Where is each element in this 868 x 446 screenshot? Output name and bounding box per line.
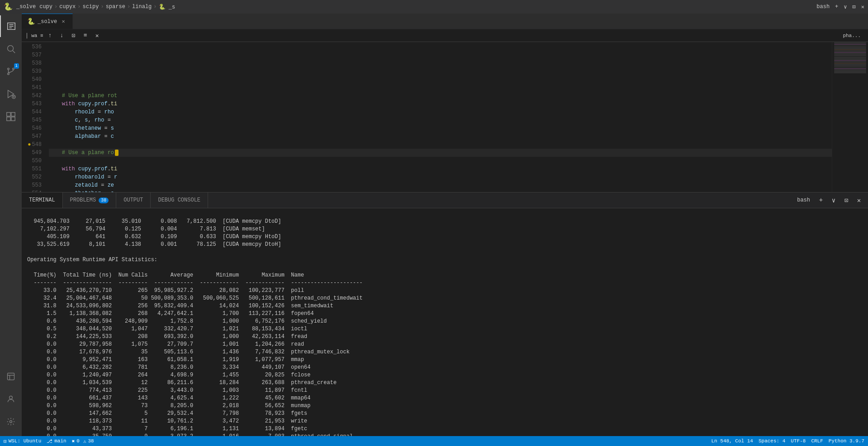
code-line: with cupy.prof.ti [49, 101, 117, 107]
line-num: 539 [25, 67, 42, 75]
svg-point-17 [9, 396, 13, 399]
minimap [832, 42, 868, 192]
terminal-line: 32.4 25,004,467,648 50 500,089,353.0 500… [27, 295, 363, 301]
new-terminal-btn[interactable]: + [835, 4, 838, 10]
terminal-line: 0.0 118,373 11 10,761.2 3,472 21,953 wri… [27, 418, 307, 424]
terminal-dropdown-btn[interactable]: ∨ [828, 195, 839, 206]
terminal-line: 405.109 641 0.632 0.109 0.633 [CUDA memc… [27, 234, 281, 240]
indentation[interactable]: Spaces: 4 [759, 438, 785, 444]
terminal-line: 33.0 25,436,270,710 265 95,985,927.2 28,… [27, 287, 304, 294]
terminal-line: 33,525.619 8,101 4.138 0.001 78.125 [CUD… [27, 241, 281, 248]
encoding-label: UTF-8 [791, 438, 806, 444]
terminal-line: 0.5 348,044,520 1,047 332,420.7 1,021 88… [27, 326, 307, 332]
terminal-line: 0.0 147,662 5 29,532.4 7,798 78,923 fget… [27, 410, 307, 417]
problems-badge: 38 [99, 197, 109, 203]
tab-label: _solve [38, 19, 57, 25]
more-actions-btn[interactable]: ≡ [81, 31, 90, 41]
encoding[interactable]: UTF-8 [791, 438, 806, 444]
output-tab[interactable]: OUTPUT [116, 192, 151, 208]
terminal-line: 0.0 9,952,471 163 61,058.1 1,919 1,077,9… [27, 357, 304, 363]
run-debug-icon[interactable] [0, 83, 22, 105]
split-terminal-btn[interactable]: ⊡ [853, 4, 856, 10]
terminal-tab[interactable]: TERMINAL [22, 192, 63, 208]
terminal-line: 0.2 144,225,533 208 693,392.0 1,000 42,2… [27, 333, 307, 340]
move-down-btn[interactable]: ↓ [57, 31, 67, 41]
line-num: 542 [25, 92, 42, 100]
accounts-icon[interactable] [0, 388, 22, 410]
terminal-dropdown-btn[interactable]: ∨ [844, 4, 847, 10]
move-up-btn[interactable]: ↑ [45, 31, 55, 41]
editor-area: 🐍 _solve ✕ │ wa ≡ ↑ ↓ ⊡ [22, 14, 868, 436]
code-line: thetanew = s [49, 125, 114, 131]
line-num: 543 [25, 100, 42, 108]
svg-marker-6 [8, 90, 14, 98]
language-mode[interactable]: Python 3.9.7 [829, 438, 864, 444]
line-num: 536 [25, 43, 42, 51]
terminal-line: ------- --------------- --------- ------… [27, 280, 363, 286]
code-line: # Use a plane rot [49, 93, 117, 99]
terminal-tab-actions: bash + ∨ ⊡ ✕ [797, 192, 868, 208]
status-bar: ⊡ WSL: Ubuntu ⎇ main ✖ 0 ⚠ 38 Ln 548, Co… [0, 436, 868, 446]
problems-tab-label: PROBLEMS [70, 197, 96, 203]
code-line: rhoold = rho [49, 109, 114, 115]
errors-status[interactable]: ✖ 0 ⚠ 38 [72, 438, 94, 444]
remote-icon[interactable] [0, 366, 22, 387]
line-num: 541 [25, 84, 42, 92]
line-num: 545 [25, 116, 42, 124]
new-terminal-btn[interactable]: + [816, 195, 826, 206]
debug-console-tab[interactable]: DEBUG CONSOLE [151, 192, 208, 208]
remote-status[interactable]: ⊡ WSL: Ubuntu [4, 438, 41, 444]
line-num: 552 [25, 173, 42, 181]
code-content[interactable]: # Use a plane rot with cupy.prof.ti rhoo… [45, 42, 832, 192]
indent-label: Spaces: 4 [759, 438, 785, 444]
code-line: alphabar = c [49, 133, 114, 140]
line-num: 544 [25, 108, 42, 116]
terminal-line: Time(%) Total Time (ns) Num Calls Averag… [27, 272, 304, 278]
svg-point-4 [8, 73, 9, 75]
tab-close-btn[interactable]: ✕ [60, 18, 67, 25]
code-line: with cupy.prof.ti [49, 166, 117, 172]
svg-point-18 [10, 421, 12, 423]
git-branch-icon: ⎇ [47, 438, 52, 444]
svg-point-3 [13, 68, 14, 70]
search-icon[interactable] [0, 38, 22, 60]
close-terminal-panel-btn[interactable]: ✕ [854, 195, 864, 206]
line-ending[interactable]: CRLF [811, 438, 823, 444]
close-editor-btn[interactable]: ✕ [92, 31, 102, 41]
files-icon[interactable] [0, 15, 22, 37]
maximize-terminal-btn[interactable]: ⊡ [841, 195, 852, 206]
terminal-line: 0.6 436,280,594 248,909 1,752.8 1,000 6,… [27, 318, 327, 324]
terminal-content[interactable]: 945,804.703 27,015 35.010 0.008 7,812.50… [22, 208, 868, 436]
remote-label: WSL: Ubuntu [9, 438, 42, 444]
problems-tab[interactable]: PROBLEMS 38 [63, 192, 117, 208]
terminal-line: 1.5 1,138,368,082 268 4,247,642.1 1,700 … [27, 310, 314, 317]
svg-point-2 [8, 68, 9, 70]
cursor-position[interactable]: Ln 548, Col 14 [711, 438, 753, 444]
terminal-line: 0.0 43,373 7 6,196.1 1,131 13,894 fgetc [27, 426, 307, 432]
cursor-indicator: │ wa ≡ [25, 33, 43, 38]
extensions-icon[interactable] [0, 106, 22, 127]
warning-count: 38 [88, 438, 94, 444]
titlebar-right: bash + ∨ ⊡ ✕ [816, 4, 864, 10]
settings-icon[interactable] [0, 411, 22, 432]
line-num: 540 [25, 75, 42, 84]
line-ending-label: CRLF [811, 438, 823, 444]
terminal-line: 7,102.297 56,794 0.125 0.004 7.813 [CUDA… [27, 226, 265, 232]
svg-rect-13 [11, 117, 15, 121]
svg-line-1 [13, 51, 15, 53]
error-count: 0 [76, 438, 80, 444]
terminal-line: 0.0 6,432,282 781 8,236.0 3,334 449,107 … [27, 364, 311, 371]
split-editor-btn[interactable]: ⊡ [69, 31, 79, 41]
terminal-line: 0.0 598,962 73 8,205.0 2,018 56,652 munm… [27, 403, 311, 409]
branch-status[interactable]: ⎇ main [47, 438, 66, 444]
editor-pane: │ wa ≡ ↑ ↓ ⊡ ≡ ✕ pha... 536 [22, 29, 868, 192]
remote-icon-small: ⊡ [4, 438, 7, 444]
status-right: Ln 548, Col 14 Spaces: 4 UTF-8 CRLF Pyth… [711, 438, 864, 444]
tab-bar: 🐍 _solve ✕ [22, 14, 868, 29]
branch-name: main [54, 438, 66, 444]
line-num: 550 [25, 157, 42, 165]
editor-tab-solve[interactable]: 🐍 _solve ✕ [22, 14, 73, 29]
line-numbers: 536 537 538 539 540 541 542 543 544 545 [22, 42, 45, 192]
close-terminal-btn[interactable]: ✕ [861, 4, 864, 10]
source-control-icon[interactable]: 1 [0, 61, 22, 82]
